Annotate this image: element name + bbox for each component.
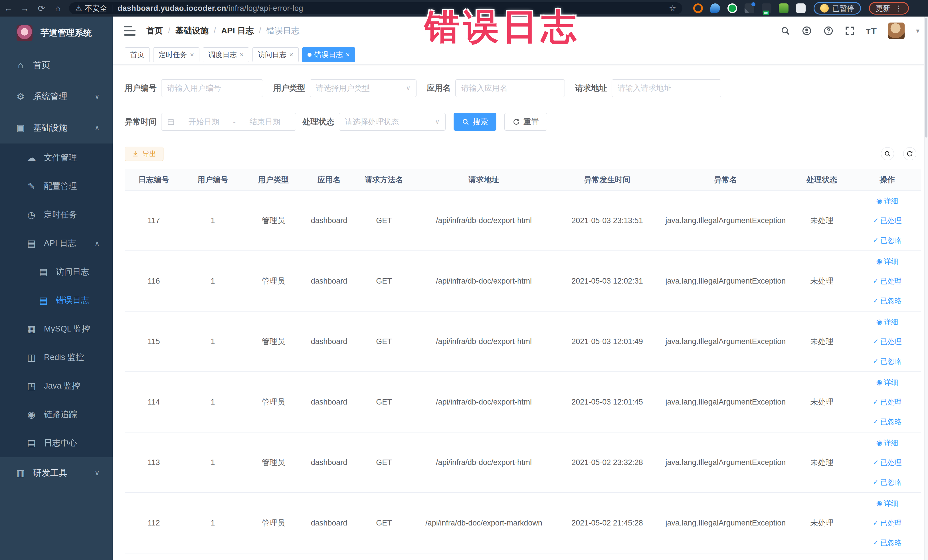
- tag-item[interactable]: 定时任务 ×: [153, 47, 199, 62]
- extension-green-icon[interactable]: [728, 3, 737, 13]
- sidebar-menu-item[interactable]: ⌂ 首页: [0, 49, 113, 81]
- tag-item[interactable]: 访问日志 ×: [252, 47, 299, 62]
- cell-user-type: 管理员: [243, 518, 304, 528]
- sidebar-menu-item[interactable]: ▤ 日志中心: [0, 429, 113, 457]
- request-url-input[interactable]: [618, 84, 715, 93]
- sidebar-menu-item[interactable]: ☁ 文件管理: [0, 143, 113, 172]
- filter-row-2: 异常时间 开始日期 - 结束日期 处理状态 请选择处理状态 ∨: [125, 113, 924, 131]
- sidebar-menu-item[interactable]: ▣ 基础设施 ∧: [0, 112, 113, 143]
- scrollbar-thumb[interactable]: [925, 18, 927, 137]
- search-icon[interactable]: [780, 26, 790, 36]
- sidebar-menu-item[interactable]: ▤ API 日志 ∧: [0, 229, 113, 258]
- process-status-select[interactable]: 请选择处理状态 ∨: [339, 113, 446, 131]
- avatar-caret-icon[interactable]: ▾: [916, 27, 919, 35]
- mark-processed-link[interactable]: ✓已处理: [873, 397, 902, 407]
- tag-close-icon[interactable]: ×: [289, 51, 293, 58]
- security-warning-icon: ⚠: [75, 4, 82, 13]
- browser-forward-icon[interactable]: →: [17, 3, 33, 13]
- sidebar-menu: ⌂ 首页 ⚙ 系统管理 ∨ ▣ 基础设施 ∧ ☁ 文件管理 ✎: [0, 49, 113, 489]
- browser-update-button[interactable]: 更新 ⋮: [869, 2, 909, 15]
- tag-close-icon[interactable]: ×: [346, 51, 350, 58]
- sidebar-logo-row[interactable]: 芋道管理系统: [0, 17, 113, 49]
- sidebar-menu-item[interactable]: ▤ 错误日志: [0, 286, 113, 315]
- eye-icon: ◉: [876, 499, 882, 507]
- table-row: 113 1 管理员 dashboard GET /api/infra/db-do…: [125, 432, 921, 493]
- help-icon[interactable]: [823, 26, 833, 36]
- mark-ignored-link[interactable]: ✓已忽略: [873, 296, 902, 305]
- breadcrumb-item[interactable]: API 日志: [221, 25, 253, 37]
- user-id-input[interactable]: [167, 84, 257, 93]
- tag-close-icon[interactable]: ×: [240, 51, 244, 58]
- mark-ignored-link[interactable]: ✓已忽略: [873, 478, 902, 487]
- sidebar-menu-item[interactable]: ▤ 访问日志: [0, 258, 113, 286]
- end-date-placeholder[interactable]: 结束日期: [240, 117, 290, 127]
- security-label[interactable]: 不安全: [85, 3, 107, 14]
- mark-processed-link[interactable]: ✓已处理: [873, 337, 902, 346]
- paused-badge[interactable]: 已暂停: [814, 2, 861, 15]
- font-size-icon[interactable]: тT: [866, 26, 877, 36]
- detail-link[interactable]: ◉详细: [876, 317, 898, 327]
- file-cloud-icon: ☁: [26, 153, 37, 163]
- exception-time-range-picker[interactable]: 开始日期 - 结束日期: [161, 113, 296, 131]
- sidebar-collapse-icon[interactable]: [124, 26, 136, 36]
- browser-menu-kebab-icon[interactable]: ⋮: [895, 4, 902, 13]
- sidebar-menu-item[interactable]: ✎ 配置管理: [0, 172, 113, 201]
- tag-item[interactable]: 首页: [125, 47, 150, 62]
- detail-link[interactable]: ◉详细: [876, 499, 898, 508]
- mark-ignored-link[interactable]: ✓已忽略: [873, 357, 902, 366]
- sidebar-menu-item[interactable]: ▥ 研发工具 ∨: [0, 457, 113, 489]
- toggle-search-icon-button[interactable]: [881, 147, 894, 160]
- start-date-placeholder[interactable]: 开始日期: [179, 117, 229, 127]
- breadcrumb-item[interactable]: 基础设施: [176, 25, 209, 37]
- mark-ignored-link[interactable]: ✓已忽略: [873, 236, 902, 245]
- detail-link[interactable]: ◉详细: [876, 378, 898, 387]
- extension-vpn-icon[interactable]: [710, 3, 720, 13]
- github-icon[interactable]: [801, 26, 812, 36]
- column-header: 异常发生时间: [554, 175, 661, 185]
- address-bar[interactable]: ⚠ 不安全 dashboard.yudao.iocoder.cn/infra/l…: [69, 2, 682, 14]
- sidebar-menu-item[interactable]: ◳ Java 监控: [0, 372, 113, 400]
- app-name-input[interactable]: [461, 84, 559, 93]
- sidebar-menu-item[interactable]: ◫ Redis 监控: [0, 343, 113, 372]
- refresh-icon-button[interactable]: [903, 147, 916, 160]
- browser-reload-icon[interactable]: ⟳: [33, 3, 50, 14]
- extensions-puzzle-icon[interactable]: [796, 3, 806, 13]
- search-button-label: 搜索: [473, 117, 488, 127]
- tag-close-icon[interactable]: ×: [190, 51, 194, 58]
- chevron-down-icon: ∨: [406, 84, 411, 92]
- export-button[interactable]: 导出: [125, 146, 163, 161]
- table-row: 117 1 管理员 dashboard GET /api/infra/db-do…: [125, 191, 921, 251]
- extension-grid-icon[interactable]: [745, 3, 754, 13]
- browser-home-icon[interactable]: ⌂: [50, 3, 66, 13]
- browser-back-icon[interactable]: ←: [0, 3, 17, 13]
- mark-ignored-link[interactable]: ✓已忽略: [873, 538, 902, 548]
- breadcrumb-item[interactable]: 首页: [147, 25, 163, 37]
- tag-item[interactable]: 错误日志 ×: [302, 47, 355, 62]
- extension-switch-on-icon[interactable]: [762, 3, 771, 13]
- user-type-select[interactable]: 请选择用户类型 ∨: [310, 79, 417, 97]
- mark-processed-link[interactable]: ✓已处理: [873, 276, 902, 286]
- cell-exception-time: 2021-05-02 23:32:28: [554, 458, 661, 467]
- detail-link[interactable]: ◉详细: [876, 196, 898, 206]
- user-avatar[interactable]: [888, 23, 905, 39]
- page-url[interactable]: dashboard.yudao.iocoder.cn/infra/log/api…: [118, 4, 303, 13]
- tag-item[interactable]: 调度日志 ×: [203, 47, 249, 62]
- cell-exception-name: java.lang.IllegalArgumentException: [661, 398, 791, 406]
- sidebar-menu-item[interactable]: ◷ 定时任务: [0, 201, 113, 229]
- extension-plant-icon[interactable]: [779, 3, 789, 13]
- sidebar-menu-item[interactable]: ▦ MySQL 监控: [0, 315, 113, 343]
- mark-processed-link[interactable]: ✓已处理: [873, 458, 902, 467]
- detail-link[interactable]: ◉详细: [876, 438, 898, 448]
- fullscreen-icon[interactable]: [845, 26, 855, 36]
- extension-adblock-icon[interactable]: [693, 3, 703, 13]
- bookmark-star-icon[interactable]: ☆: [669, 4, 676, 13]
- detail-link[interactable]: ◉详细: [876, 257, 898, 266]
- mark-processed-link[interactable]: ✓已处理: [873, 518, 902, 528]
- sidebar-menu-item[interactable]: ◉ 链路追踪: [0, 400, 113, 429]
- window-scrollbar[interactable]: [924, 17, 928, 560]
- reset-button[interactable]: 重置: [504, 113, 547, 131]
- mark-processed-link[interactable]: ✓已处理: [873, 216, 902, 225]
- mark-ignored-link[interactable]: ✓已忽略: [873, 417, 902, 426]
- search-button[interactable]: 搜索: [453, 113, 496, 131]
- sidebar-menu-item[interactable]: ⚙ 系统管理 ∨: [0, 81, 113, 112]
